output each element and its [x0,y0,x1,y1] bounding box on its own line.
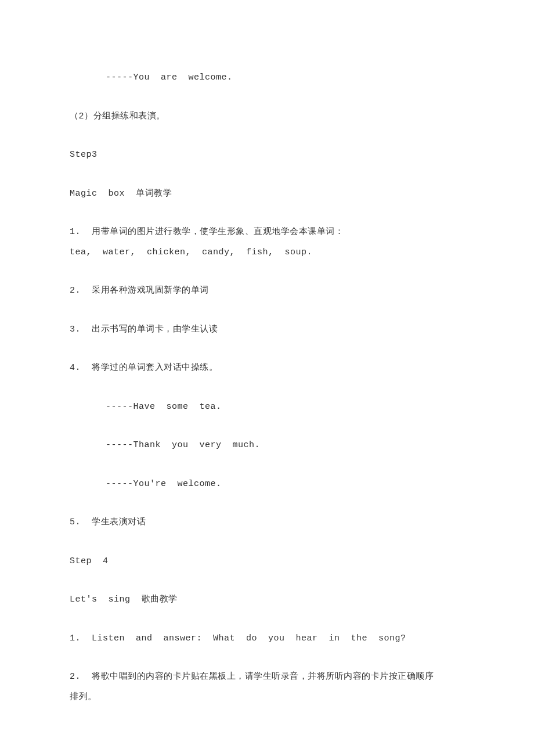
dialogue-line: -----Have some tea. [70,399,464,416]
list-item: 1. 用带单词的图片进行教学，使学生形象、直观地学会本课单词： [70,224,464,241]
list-item: 1. Listen and answer: What do you hear i… [70,631,464,647]
list-item: 3. 出示书写的单词卡，由学生认读 [70,322,464,339]
body-text: （2）分组操练和表演。 [70,109,464,125]
dialogue-line: -----You're welcome. [70,476,464,493]
dialogue-line: -----Thank you very much. [70,437,464,454]
list-item: 2. 将歌中唱到的内容的卡片贴在黑板上，请学生听录音，并将所听内容的卡片按正确顺… [70,669,464,686]
dialogue-line: -----You are welcome. [70,70,464,87]
list-item: 4. 将学过的单词套入对话中操练。 [70,360,464,377]
list-item: 5. 学生表演对话 [70,514,464,531]
body-text: tea, water, chicken, candy, fish, soup. [70,244,464,261]
document-page: -----You are welcome. （2）分组操练和表演。 Step3 … [0,0,534,756]
step-heading: Step 4 [70,553,464,570]
section-heading: Let's sing 歌曲教学 [70,592,464,609]
body-text: 排列。 [70,689,464,706]
step-heading: Step3 [70,147,464,164]
list-item: 2. 采用各种游戏巩固新学的单词 [70,283,464,300]
section-heading: Magic box 单词教学 [70,186,464,203]
